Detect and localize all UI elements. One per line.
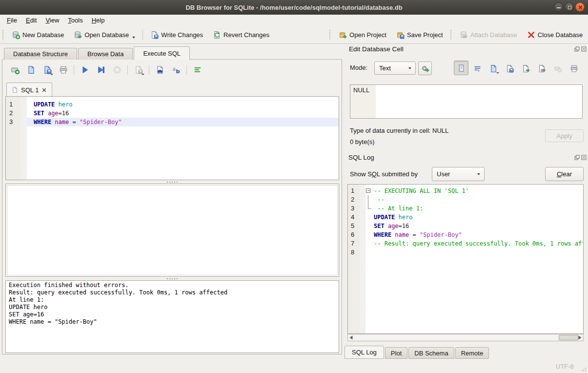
- maximize-icon: [568, 6, 571, 9]
- dock-tab-db-schema[interactable]: DB Schema: [408, 347, 454, 359]
- log-line: -- Result: query executed successfully. …: [365, 239, 583, 248]
- output-line: UPDATE hero: [9, 304, 336, 311]
- open-database-icon: [74, 31, 82, 39]
- line-number: 8: [348, 248, 360, 257]
- auto-complete-icon[interactable]: ab: [168, 63, 184, 76]
- splitter-handle[interactable]: [5, 277, 339, 280]
- print-icon[interactable]: [55, 63, 71, 76]
- dropdown-caret-icon[interactable]: [132, 37, 135, 39]
- output-line: At line 1:: [9, 296, 336, 304]
- dock-tab-plot[interactable]: Plot: [385, 347, 407, 359]
- import-cell-icon[interactable]: [487, 62, 499, 74]
- log-line: WHERE name = "Spider-Boy": [365, 230, 583, 239]
- find-replace-icon[interactable]: [152, 63, 168, 76]
- apply-button[interactable]: Apply: [545, 129, 584, 142]
- menu-file[interactable]: File: [2, 16, 21, 25]
- menu-tools[interactable]: Tools: [63, 16, 87, 25]
- results-grid[interactable]: [5, 184, 339, 277]
- minimize-icon: [557, 7, 561, 8]
- scrollbar-thumb[interactable]: [559, 335, 578, 340]
- code-line[interactable]: WHERE name = "Spider-Boy": [27, 118, 339, 126]
- open-database-button[interactable]: Open Database: [69, 27, 140, 42]
- gear-apply-icon: [421, 64, 429, 73]
- editor-line-numbers: 123: [6, 97, 20, 180]
- toolbar-handle: [2, 29, 4, 40]
- main-tab-bar: Database StructureBrowse DataExecute SQL: [4, 46, 191, 60]
- close-panel-icon[interactable]: [581, 155, 587, 160]
- fold-collapse-icon[interactable]: [366, 188, 370, 193]
- text-mode-button[interactable]: [454, 61, 468, 75]
- cell-editor-margin: NULL: [350, 85, 376, 118]
- log-filter-combobox[interactable]: User: [432, 167, 485, 181]
- open-in-app-icon[interactable]: [520, 62, 531, 74]
- cell-editor[interactable]: NULL: [350, 84, 583, 119]
- toolbar-separator: [127, 65, 128, 75]
- toolbar-label: Save Project: [407, 31, 443, 39]
- maximize-button[interactable]: [565, 2, 574, 12]
- open-sql-tab-icon[interactable]: [7, 63, 23, 76]
- close-tab-icon[interactable]: [41, 87, 47, 93]
- attach-database-icon: [460, 31, 468, 39]
- revert-changes-button[interactable]: Revert Changes: [208, 27, 274, 42]
- print-cell-icon[interactable]: [568, 62, 580, 74]
- code-line[interactable]: SET age=16: [27, 109, 339, 118]
- open-project-button[interactable]: Open Project: [334, 27, 391, 42]
- float-panel-icon[interactable]: [574, 155, 580, 160]
- sql-tab-bar: SQL 1: [6, 82, 52, 97]
- tab-execute-sql[interactable]: Execute SQL: [134, 46, 190, 60]
- export-cell-icon[interactable]: [504, 62, 515, 74]
- save-sql-file-icon[interactable]: [39, 63, 55, 76]
- sql-tab[interactable]: SQL 1: [6, 83, 52, 97]
- save-project-button[interactable]: Save Project: [391, 27, 448, 42]
- open-sql-file-icon[interactable]: [23, 63, 39, 76]
- output-line: SET age=16: [9, 311, 336, 318]
- close-database-button[interactable]: Close Database: [522, 27, 588, 42]
- splitter-handle[interactable]: [5, 180, 339, 184]
- svg-text:b: b: [176, 68, 180, 74]
- apply-cell-button[interactable]: [418, 62, 432, 75]
- toolbar-label: Attach Database: [470, 31, 517, 39]
- close-panel-icon[interactable]: [581, 46, 587, 52]
- sql-log-view[interactable]: 12345678 -- EXECUTING ALL IN 'SQL 1' -- …: [347, 184, 584, 334]
- chevron-down-icon: [477, 173, 480, 175]
- code-line[interactable]: UPDATE hero: [27, 100, 339, 109]
- copy-link-icon[interactable]: [536, 62, 547, 74]
- clear-log-button[interactable]: Clear: [545, 167, 584, 181]
- scroll-left-icon[interactable]: [348, 334, 355, 341]
- execution-output[interactable]: Execution finished without errors.Result…: [5, 280, 339, 353]
- log-filter-value: User: [437, 170, 450, 178]
- mode-value: Text: [379, 64, 391, 72]
- sql-editor[interactable]: 123 UPDATE heroSET age=16WHERE name = "S…: [5, 96, 339, 180]
- toolbar-separator: [74, 65, 74, 75]
- mode-combobox[interactable]: Text: [374, 62, 416, 75]
- write-changes-button[interactable]: Write Changes: [145, 27, 208, 42]
- toggle-comment-icon[interactable]: [189, 63, 205, 76]
- tab-database-structure[interactable]: Database Structure: [4, 48, 77, 60]
- log-horizontal-scrollbar[interactable]: [347, 334, 584, 341]
- minimize-button[interactable]: [554, 2, 563, 12]
- dock-tab-sql-log[interactable]: SQL Log: [345, 346, 384, 359]
- execute-all-icon[interactable]: [77, 63, 93, 76]
- menu-view[interactable]: View: [41, 16, 63, 25]
- close-button[interactable]: [575, 2, 585, 12]
- execute-line-icon[interactable]: [93, 63, 109, 76]
- resize-grip[interactable]: [581, 366, 587, 372]
- line-number: 3: [348, 204, 360, 213]
- menu-edit[interactable]: Edit: [21, 16, 41, 25]
- line-number: 2: [6, 109, 20, 118]
- menu-help[interactable]: Help: [87, 16, 109, 25]
- line-number: 7: [348, 239, 360, 248]
- line-number: 1: [6, 100, 20, 109]
- fold-line: [368, 204, 368, 208]
- word-wrap-icon[interactable]: [471, 62, 483, 74]
- float-panel-icon[interactable]: [574, 46, 580, 52]
- log-content: -- EXECUTING ALL IN 'SQL 1' -- -- At lin…: [365, 185, 583, 333]
- main-toolbar: New DatabaseOpen DatabaseWrite ChangesRe…: [0, 26, 588, 44]
- new-database-button[interactable]: New Database: [7, 27, 69, 42]
- cell-size-info: 0 byte(s): [350, 138, 375, 145]
- fold-line: [368, 208, 371, 209]
- scroll-right-icon[interactable]: [576, 334, 583, 341]
- tab-browse-data[interactable]: Browse Data: [78, 48, 133, 60]
- dock-tab-remote[interactable]: Remote: [455, 347, 489, 359]
- editor-code[interactable]: UPDATE heroSET age=16WHERE name = "Spide…: [27, 97, 339, 180]
